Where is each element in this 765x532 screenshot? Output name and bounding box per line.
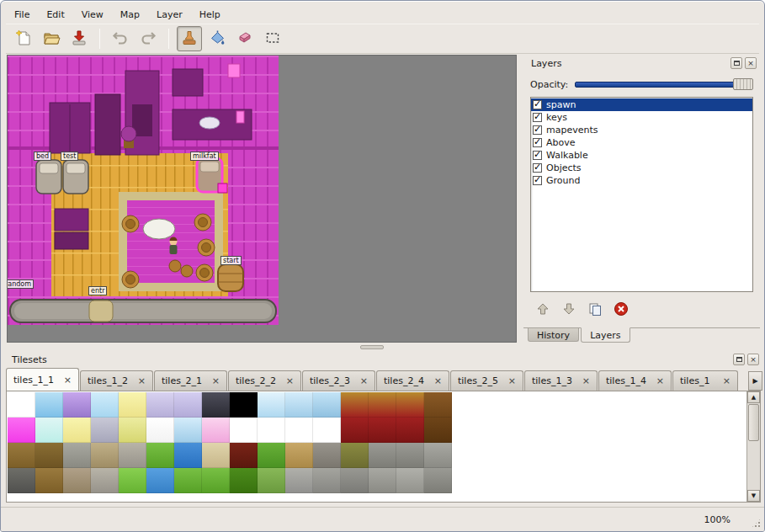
tile[interactable]: [341, 392, 369, 418]
tile[interactable]: [63, 392, 91, 418]
tile[interactable]: [91, 443, 119, 468]
tile[interactable]: [63, 418, 91, 443]
layer-row-Ground[interactable]: ✓Ground: [531, 174, 752, 187]
redo-button[interactable]: [135, 26, 161, 51]
layer-row-mapevents[interactable]: ✓mapevents: [531, 124, 752, 136]
tile[interactable]: [63, 443, 91, 468]
tile[interactable]: [313, 468, 341, 493]
open-button[interactable]: [39, 26, 64, 51]
select-rect-button[interactable]: [260, 26, 285, 51]
tilesets-float-button[interactable]: [733, 354, 745, 365]
tab-close-icon[interactable]: ×: [723, 375, 730, 386]
layer-row-Above[interactable]: ✓Above: [531, 136, 752, 149]
tile[interactable]: [35, 468, 63, 493]
tile[interactable]: [313, 418, 341, 443]
tile[interactable]: [424, 443, 452, 468]
tab-close-icon[interactable]: ×: [64, 375, 72, 386]
tile[interactable]: [230, 392, 258, 418]
delete-layer-button[interactable]: [612, 301, 630, 319]
layers-float-button[interactable]: [730, 57, 742, 69]
tile[interactable]: [8, 392, 35, 418]
tileset-tab-tiles_1_3[interactable]: tiles_1_3×: [524, 370, 598, 391]
tile[interactable]: [8, 418, 35, 443]
tile[interactable]: [91, 468, 119, 493]
eraser-button[interactable]: [232, 26, 258, 51]
tile[interactable]: [396, 443, 424, 468]
new-file-button[interactable]: [11, 26, 36, 51]
layer-row-spawn[interactable]: ✓spawn: [531, 98, 752, 111]
tile[interactable]: [63, 468, 91, 493]
tab-scroll-right-button[interactable]: ▶: [748, 371, 762, 391]
tile[interactable]: [146, 468, 174, 493]
menu-edit[interactable]: Edit: [38, 7, 72, 23]
opacity-slider[interactable]: [575, 78, 753, 90]
tile[interactable]: [119, 418, 146, 443]
tile[interactable]: [285, 468, 313, 493]
tile[interactable]: [341, 468, 369, 493]
tile[interactable]: [202, 392, 230, 418]
tile[interactable]: [424, 418, 452, 443]
tile[interactable]: [396, 418, 424, 443]
tile[interactable]: [146, 443, 174, 468]
tile[interactable]: [369, 392, 396, 418]
tileset-tab-tiles_1_2[interactable]: tiles_1_2×: [80, 370, 153, 391]
tile[interactable]: [202, 443, 230, 468]
tile[interactable]: [146, 392, 174, 418]
tileset-tab-tiles_1_4[interactable]: tiles_1_4×: [598, 370, 672, 391]
tile[interactable]: [174, 468, 202, 493]
horizontal-splitter[interactable]: [7, 343, 517, 351]
tab-close-icon[interactable]: ×: [286, 375, 294, 386]
raise-layer-button[interactable]: [534, 301, 552, 319]
tile[interactable]: [230, 443, 258, 468]
tile[interactable]: [146, 418, 174, 443]
tile[interactable]: [91, 418, 119, 443]
splitter-grip-icon[interactable]: [360, 345, 384, 349]
tile[interactable]: [258, 443, 285, 468]
tile[interactable]: [119, 468, 146, 493]
fill-button[interactable]: [205, 26, 230, 51]
tilesets-close-button[interactable]: ×: [747, 354, 759, 365]
menu-help[interactable]: Help: [191, 7, 229, 23]
tile[interactable]: [230, 418, 258, 443]
tile[interactable]: [35, 392, 63, 418]
tile[interactable]: [202, 418, 230, 443]
tile[interactable]: [174, 418, 202, 443]
layer-visible-checkbox[interactable]: ✓: [533, 138, 542, 147]
layer-visible-checkbox[interactable]: ✓: [533, 151, 542, 160]
layer-visible-checkbox[interactable]: ✓: [533, 100, 542, 109]
undo-button[interactable]: [108, 26, 133, 51]
tile[interactable]: [313, 443, 341, 468]
lower-layer-button[interactable]: [560, 301, 578, 319]
tile[interactable]: [369, 468, 396, 493]
tile[interactable]: [341, 443, 369, 468]
tile[interactable]: [202, 468, 230, 493]
tab-close-icon[interactable]: ×: [508, 375, 516, 386]
layer-visible-checkbox[interactable]: ✓: [533, 176, 542, 185]
tile[interactable]: [230, 468, 258, 493]
tile[interactable]: [369, 418, 396, 443]
tile[interactable]: [285, 392, 313, 418]
tile[interactable]: [285, 443, 313, 468]
scroll-up-button[interactable]: ▲: [747, 391, 760, 403]
tileset-tab-tiles_2_1[interactable]: tiles_2_1×: [154, 370, 227, 391]
tile[interactable]: [396, 392, 424, 418]
save-button[interactable]: [66, 26, 92, 51]
tab-close-icon[interactable]: ×: [360, 375, 368, 386]
layers-close-button[interactable]: ×: [745, 57, 757, 69]
tileset-tab-tiles_1[interactable]: tiles_1×: [672, 370, 738, 391]
tab-close-icon[interactable]: ×: [212, 375, 220, 386]
tile[interactable]: [174, 443, 202, 468]
tile[interactable]: [341, 418, 369, 443]
layer-visible-checkbox[interactable]: ✓: [533, 125, 542, 135]
tile[interactable]: [8, 443, 35, 468]
layer-row-keys[interactable]: ✓keys: [531, 111, 752, 124]
layer-visible-checkbox[interactable]: ✓: [533, 163, 542, 173]
tile[interactable]: [285, 418, 313, 443]
menu-layer[interactable]: Layer: [148, 7, 191, 23]
menu-map[interactable]: Map: [112, 7, 148, 23]
tileset-tab-tiles_2_4[interactable]: tiles_2_4×: [376, 370, 449, 391]
tile[interactable]: [258, 418, 285, 443]
tab-close-icon[interactable]: ×: [434, 375, 442, 386]
tileset-tab-tiles_1_1[interactable]: tiles_1_1×: [6, 368, 79, 391]
dock-tab-history[interactable]: History: [528, 328, 579, 342]
